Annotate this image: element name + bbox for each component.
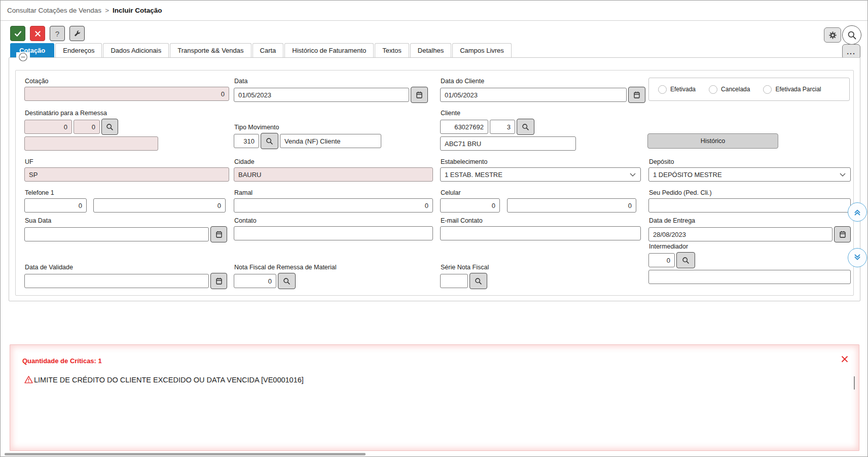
historico-button[interactable]: Histórico bbox=[647, 133, 778, 149]
criticas-title: Quantidade de Críticas: 1 bbox=[22, 357, 102, 365]
tipo-movimento-label: Tipo Movimento bbox=[234, 124, 381, 131]
nota-fiscal-remessa-search-button[interactable] bbox=[278, 273, 296, 289]
tab-textos[interactable]: Textos bbox=[375, 43, 409, 57]
field-cotacao: Cotação bbox=[24, 78, 229, 101]
field-data-validade: Data de Validade bbox=[24, 264, 227, 289]
sua-data-input[interactable] bbox=[24, 227, 209, 241]
destinatario-search-button[interactable] bbox=[101, 119, 118, 135]
destinatario-label: Destinatário para a Remessa bbox=[25, 110, 158, 117]
radio-efetivada[interactable]: Efetivada bbox=[658, 85, 696, 94]
contato-input[interactable] bbox=[234, 226, 433, 240]
search-icon bbox=[106, 123, 114, 131]
data-input[interactable] bbox=[234, 88, 409, 102]
cliente-search-button[interactable] bbox=[517, 119, 534, 135]
tab-detalhes[interactable]: Detalhes bbox=[410, 43, 451, 57]
double-chevron-down-icon bbox=[853, 253, 862, 262]
sua-data-calendar-button[interactable] bbox=[210, 226, 227, 242]
telefone1-ddd-input[interactable] bbox=[24, 198, 87, 213]
breadcrumb-parent-link[interactable]: Consultar Cotações de Vendas bbox=[7, 7, 101, 14]
tab-carta[interactable]: Carta bbox=[252, 43, 284, 57]
breadcrumb-current: Incluir Cotação bbox=[113, 7, 162, 14]
cancel-button[interactable] bbox=[30, 26, 45, 41]
field-telefone1: Telefone 1 bbox=[24, 189, 226, 213]
field-deposito: Depósito 1 DEPÓSITO MESTRE bbox=[648, 158, 851, 182]
collapse-minus-icon bbox=[18, 52, 28, 62]
email-contato-input[interactable] bbox=[440, 226, 641, 240]
warning-triangle-icon bbox=[24, 375, 33, 384]
radio-cancelada-label: Cancelada bbox=[721, 86, 750, 93]
cliente-nome-input[interactable] bbox=[440, 136, 576, 151]
field-serie-nota-fiscal: Série Nota Fiscal bbox=[440, 264, 489, 289]
settings-button[interactable] bbox=[824, 27, 841, 43]
critica-item: LIMITE DE CRÉDITO DO CLIENTE EXCEDIDO OU… bbox=[24, 375, 304, 384]
serie-nota-fiscal-search-button[interactable] bbox=[469, 273, 487, 289]
data-do-cliente-label: Data do Cliente bbox=[441, 78, 645, 85]
field-cliente: Cliente bbox=[440, 110, 576, 151]
data-entrega-calendar-button[interactable] bbox=[834, 226, 851, 242]
intermediador-nome-input[interactable] bbox=[648, 270, 851, 284]
estabelecimento-select[interactable]: 1 ESTAB. MESTRE bbox=[440, 167, 641, 182]
cliente-codigo-input[interactable] bbox=[440, 120, 488, 134]
nota-fiscal-remessa-label: Nota Fiscal de Remessa de Material bbox=[234, 264, 336, 271]
destinatario-nome-input[interactable] bbox=[24, 136, 158, 151]
uf-input[interactable] bbox=[24, 167, 229, 182]
cliente-loja-input[interactable] bbox=[490, 120, 515, 134]
horizontal-scrollbar-thumb[interactable] bbox=[5, 453, 366, 455]
data-do-cliente-input[interactable] bbox=[440, 88, 627, 102]
sua-data-label: Sua Data bbox=[25, 217, 227, 224]
ellipsis-icon: ... bbox=[847, 48, 856, 56]
destinatario-loja-input[interactable] bbox=[74, 120, 100, 134]
radio-efetivada-parcial[interactable]: Efetivada Parcial bbox=[763, 85, 821, 94]
tools-button[interactable] bbox=[69, 26, 85, 41]
tipo-movimento-search-button[interactable] bbox=[261, 133, 278, 149]
telefone1-label: Telefone 1 bbox=[25, 189, 226, 196]
nota-fiscal-remessa-input[interactable] bbox=[234, 274, 276, 288]
data-do-cliente-calendar-button[interactable] bbox=[628, 87, 645, 103]
seu-pedido-input[interactable] bbox=[648, 198, 851, 213]
telefone1-numero-input[interactable] bbox=[93, 198, 226, 213]
tab-campos-livres[interactable]: Campos Livres bbox=[452, 43, 512, 57]
tipo-movimento-codigo-input[interactable] bbox=[234, 134, 259, 148]
data-entrega-input[interactable] bbox=[648, 227, 833, 241]
scroll-bottom-button[interactable] bbox=[848, 248, 867, 267]
search-icon bbox=[522, 123, 529, 131]
intermediador-search-button[interactable] bbox=[676, 252, 695, 268]
field-celular: Celular bbox=[440, 189, 636, 213]
radio-cancelada[interactable]: Cancelada bbox=[709, 85, 750, 94]
scroll-top-button[interactable] bbox=[848, 202, 867, 222]
destinatario-codigo-input[interactable] bbox=[24, 120, 72, 134]
estabelecimento-label: Estabelecimento bbox=[441, 158, 641, 165]
cotacao-input[interactable] bbox=[24, 87, 229, 101]
celular-label: Celular bbox=[441, 189, 636, 196]
confirm-button[interactable] bbox=[10, 26, 25, 41]
collapse-section-button[interactable] bbox=[16, 52, 30, 62]
deposito-select[interactable]: 1 DEPÓSITO MESTRE bbox=[648, 167, 851, 182]
cidade-input[interactable] bbox=[234, 167, 433, 182]
ramal-label: Ramal bbox=[234, 189, 433, 196]
field-contato: Contato bbox=[234, 217, 433, 240]
cliente-label: Cliente bbox=[441, 110, 576, 117]
celular-ddd-input[interactable] bbox=[440, 198, 500, 213]
intermediador-codigo-input[interactable] bbox=[648, 253, 675, 267]
data-calendar-button[interactable] bbox=[411, 87, 428, 103]
celular-numero-input[interactable] bbox=[507, 198, 636, 213]
search-icon bbox=[283, 277, 291, 285]
tab-dados-adicionais[interactable]: Dados Adicionais bbox=[103, 43, 169, 57]
tab-enderecos[interactable]: Endereços bbox=[55, 43, 102, 57]
field-estabelecimento: Estabelecimento 1 ESTAB. MESTRE bbox=[440, 158, 641, 182]
tab-historico-faturamento[interactable]: Histórico de Faturamento bbox=[284, 43, 374, 57]
tab-transporte-vendas[interactable]: Transporte && Vendas bbox=[170, 43, 251, 57]
criticas-close-button[interactable] bbox=[841, 355, 849, 363]
help-button[interactable]: ? bbox=[50, 26, 65, 41]
calendar-icon bbox=[633, 91, 641, 99]
data-validade-input[interactable] bbox=[24, 274, 209, 288]
tipo-movimento-descricao-input[interactable] bbox=[280, 134, 381, 148]
ramal-input[interactable] bbox=[234, 198, 433, 213]
criticas-scrollbar[interactable] bbox=[854, 376, 855, 390]
search-button[interactable] bbox=[842, 25, 861, 45]
cidade-label: Cidade bbox=[234, 158, 433, 165]
data-validade-calendar-button[interactable] bbox=[210, 273, 227, 289]
serie-nota-fiscal-input[interactable] bbox=[440, 274, 468, 288]
uf-label: UF bbox=[25, 158, 229, 165]
search-icon bbox=[682, 257, 690, 264]
